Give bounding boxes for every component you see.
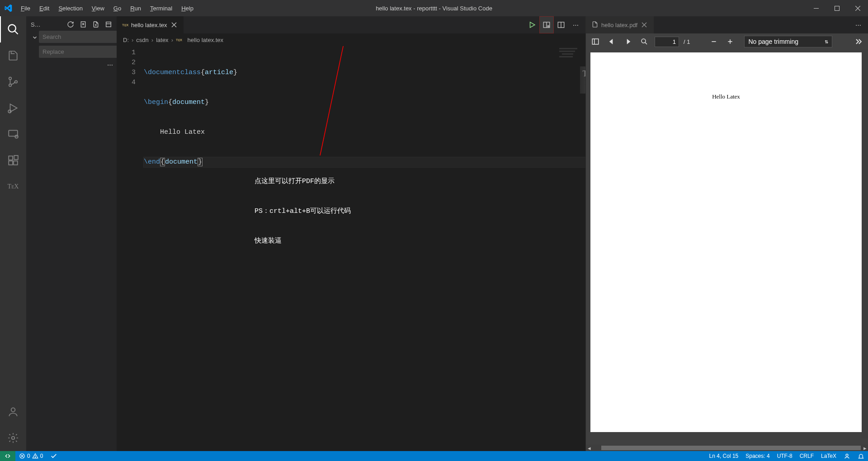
more-actions-button[interactable]: ⋯ — [851, 16, 865, 33]
encoding[interactable]: UTF-8 — [774, 453, 796, 459]
zoom-out-icon[interactable] — [708, 36, 720, 47]
indentation[interactable]: Spaces: 4 — [742, 453, 773, 459]
scroll-left-icon[interactable]: ◂ — [586, 445, 592, 451]
svg-point-16 — [12, 437, 15, 440]
breadcrumb-folder1[interactable]: csdn — [136, 37, 148, 43]
maximize-button[interactable] — [826, 0, 847, 16]
remote-button[interactable] — [0, 451, 15, 461]
window-title: hello latex.tex - reportttt - Visual Stu… — [376, 5, 492, 12]
cursor-position[interactable]: Ln 4, Col 15 — [706, 453, 742, 459]
zoom-in-icon[interactable] — [724, 36, 736, 47]
page-number-input[interactable] — [655, 37, 679, 47]
eol[interactable]: CRLF — [796, 453, 817, 459]
pdf-toolbar: / 1 No page trimming ⇅ — [586, 33, 868, 50]
annotation-text: 点这里可以打开PDF的显示 PS：crtl+alt+B可以运行代码 快速装逼 — [255, 157, 351, 266]
run-code-button[interactable] — [525, 16, 539, 33]
activity-search[interactable] — [0, 16, 26, 42]
code-area[interactable]: \documentclass{article} \begin{document}… — [144, 46, 585, 451]
close-button[interactable] — [847, 0, 868, 16]
menu-go[interactable]: Go — [109, 0, 126, 16]
svg-point-6 — [15, 80, 17, 83]
split-editor-button[interactable] — [554, 16, 568, 33]
zoom-search-icon[interactable] — [638, 36, 650, 47]
tab-hello-latex-pdf[interactable]: hello latex.pdf — [586, 16, 654, 33]
activity-source-control[interactable] — [0, 69, 26, 95]
breadcrumb-folder2[interactable]: latex — [156, 37, 168, 43]
breadcrumb-drive[interactable]: D: — [123, 37, 129, 43]
vertical-scrollbar[interactable] — [862, 50, 868, 438]
line-number: 2 — [117, 58, 136, 68]
collapse-icon[interactable] — [103, 19, 114, 30]
activity-latex[interactable]: TEX — [0, 174, 26, 200]
next-page-icon[interactable] — [622, 36, 634, 47]
activity-extensions[interactable] — [0, 147, 26, 174]
menu-selection[interactable]: Selection — [54, 0, 87, 16]
pdf-viewer[interactable]: Hello Latex — [586, 50, 868, 445]
language-mode[interactable]: LaTeX — [817, 453, 840, 459]
more-actions-button[interactable]: ⋯ — [568, 16, 583, 33]
notifications-icon[interactable] — [854, 453, 868, 460]
menu-terminal[interactable]: Terminal — [146, 0, 177, 16]
line-number: 1 — [117, 48, 136, 58]
tab-label: hello latex.tex — [131, 22, 167, 28]
svg-rect-12 — [9, 161, 13, 165]
close-tab-icon[interactable] — [170, 21, 178, 29]
scroll-thumb[interactable] — [601, 446, 861, 450]
svg-point-2 — [9, 25, 16, 32]
page-trim-select[interactable]: No page trimming ⇅ — [744, 36, 832, 47]
sidebar-toggle-icon[interactable] — [590, 36, 601, 47]
activity-remote[interactable] — [0, 121, 26, 147]
line-gutter: 1 2 3 4 — [117, 46, 144, 451]
menu-edit[interactable]: Edit — [35, 0, 54, 16]
prev-page-icon[interactable] — [606, 36, 618, 47]
menu-view[interactable]: View — [87, 0, 109, 16]
activity-settings[interactable] — [0, 425, 26, 451]
menu-file[interactable]: File — [16, 0, 35, 16]
tex-file-icon: TᴇX — [122, 22, 128, 28]
svg-point-5 — [9, 84, 11, 86]
breadcrumb-file[interactable]: TᴇX hello latex.tex — [176, 37, 223, 43]
menu-help[interactable]: Help — [177, 0, 198, 16]
new-file-icon[interactable] — [90, 19, 101, 30]
page-total: / 1 — [684, 38, 690, 45]
toggle-replace-icon[interactable] — [32, 31, 38, 58]
pdf-text-content: Hello Latex — [590, 93, 862, 100]
activity-run-debug[interactable] — [0, 95, 26, 121]
svg-rect-20 — [106, 22, 111, 27]
check-button[interactable] — [47, 451, 61, 461]
search-panel: S… Aa Ab .* — [26, 16, 117, 451]
svg-marker-24 — [530, 22, 535, 28]
svg-rect-34 — [562, 53, 573, 55]
tex-file-icon: TᴇX — [176, 37, 182, 43]
open-preview-button[interactable] — [539, 16, 554, 33]
horizontal-scrollbar[interactable]: ◂ ▸ — [586, 445, 868, 451]
activity-accounts[interactable] — [0, 399, 26, 425]
minimap[interactable] — [558, 46, 585, 451]
dropdown-arrows-icon: ⇅ — [825, 39, 828, 44]
toggle-search-details[interactable]: ⋯ — [26, 61, 117, 69]
title-bar: File Edit Selection View Go Run Terminal… — [0, 0, 868, 16]
refresh-icon[interactable] — [65, 19, 76, 30]
close-tab-icon[interactable] — [640, 21, 648, 29]
problems-button[interactable]: 0 0 — [15, 451, 47, 461]
scroll-right-icon[interactable]: ▸ — [862, 445, 868, 451]
chevron-right-icon: › — [151, 37, 153, 43]
activity-bar: TEX — [0, 16, 26, 451]
minimize-button[interactable] — [806, 0, 826, 16]
editor-group-2: hello latex.pdf ⋯ / 1 No page trimming ⇅ — [585, 16, 868, 451]
svg-point-49 — [35, 457, 35, 457]
svg-marker-38 — [609, 39, 613, 44]
chevron-right-icon: › — [132, 37, 133, 43]
svg-rect-11 — [9, 156, 13, 160]
editor-body[interactable]: 1 2 3 4 \documentclass{article} \begin{d… — [117, 46, 585, 451]
tools-icon[interactable] — [853, 36, 864, 47]
window-controls — [806, 0, 868, 16]
clear-icon[interactable] — [78, 19, 89, 30]
activity-explorer[interactable] — [0, 42, 26, 69]
tab-hello-latex-tex[interactable]: TᴇX hello latex.tex — [117, 16, 184, 33]
tab-bar-2: hello latex.pdf ⋯ — [586, 16, 868, 33]
feedback-icon[interactable] — [840, 453, 854, 460]
editor-group-1: TᴇX hello latex.tex ⋯ D: › csdn › latex … — [117, 16, 585, 451]
menu-run[interactable]: Run — [126, 0, 146, 16]
search-input[interactable] — [39, 31, 122, 43]
